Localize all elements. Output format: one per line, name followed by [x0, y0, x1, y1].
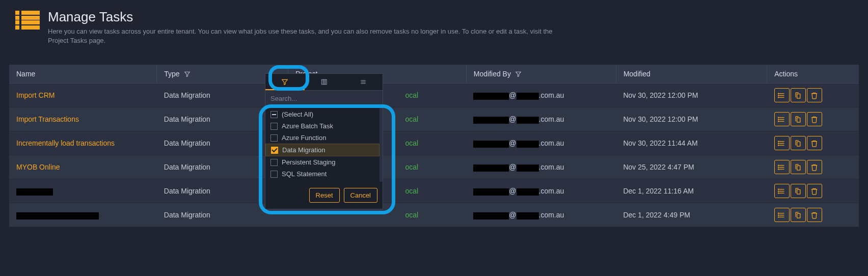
actions-cell	[767, 84, 859, 107]
clone-button[interactable]	[791, 160, 806, 174]
clone-button[interactable]	[791, 136, 806, 150]
modified-cell: Nov 30, 2022 12:00 PM	[616, 107, 767, 131]
view-details-button[interactable]	[774, 136, 790, 150]
filter-options-list: (Select All)Azure Batch TaskAzure Functi…	[265, 106, 383, 182]
filter-option-label: Azure Batch Task	[282, 122, 333, 130]
delete-button[interactable]	[807, 208, 822, 222]
copy-icon	[794, 140, 802, 147]
task-name-link[interactable]: Import Transactions	[16, 115, 79, 123]
task-name-link[interactable]: Import CRM	[16, 91, 55, 99]
checkbox[interactable]	[270, 123, 278, 130]
view-details-button[interactable]	[774, 112, 790, 126]
filter-tab-values[interactable]	[265, 74, 305, 90]
project-badge: ocal	[405, 139, 418, 147]
filter-option[interactable]: Persistent Staging	[265, 156, 379, 168]
task-name-link[interactable]: Incrementally load transactions	[16, 139, 115, 147]
trash-icon	[810, 92, 818, 99]
delete-button[interactable]	[807, 112, 822, 126]
modified-by-cell: @.com.au	[466, 84, 616, 107]
project-badge: ocal	[405, 163, 418, 171]
view-details-button[interactable]	[774, 184, 790, 198]
list-icon	[778, 187, 785, 195]
checkbox[interactable]	[270, 111, 278, 118]
filter-option[interactable]: Data Migration	[265, 144, 379, 156]
trash-icon	[810, 140, 818, 147]
modified-by-cell: @.com.au	[466, 155, 616, 179]
tasks-table: Name Type Project Modified By Modified A…	[9, 65, 859, 227]
redacted-text	[16, 188, 53, 196]
clone-button[interactable]	[791, 112, 806, 126]
page-header: Manage Tasks Here you can view tasks acr…	[0, 0, 868, 54]
view-details-button[interactable]	[774, 208, 790, 222]
table-row: Data Migrationocal@.com.auDec 1, 2022 11…	[9, 179, 859, 203]
filter-option[interactable]: SQL Statement	[265, 168, 379, 180]
page-subtitle: Here you can view tasks across your enti…	[48, 27, 557, 45]
filter-option-label: SQL Statement	[282, 170, 327, 178]
redacted-text	[517, 188, 539, 196]
col-header-modified[interactable]: Modified	[616, 65, 767, 84]
checkbox[interactable]	[270, 159, 278, 166]
col-header-label: Actions	[774, 70, 798, 78]
delete-button[interactable]	[807, 136, 822, 150]
checkbox[interactable]	[271, 147, 278, 154]
filter-option[interactable]: Azure Function	[265, 132, 379, 144]
tasks-table-wrap: Name Type Project Modified By Modified A…	[9, 65, 859, 227]
checkbox[interactable]	[270, 171, 278, 178]
view-details-button[interactable]	[774, 88, 790, 102]
svg-point-33	[778, 213, 779, 213]
task-name-link[interactable]: MYOB Online	[16, 163, 60, 171]
view-details-button[interactable]	[774, 160, 790, 174]
table-row: Import TransactionsData Migrationocal@.c…	[9, 107, 859, 131]
svg-point-29	[778, 193, 779, 194]
checkbox[interactable]	[270, 134, 278, 142]
filter-icon	[184, 71, 191, 77]
copy-icon	[794, 187, 802, 195]
type-filter-popup: (Select All)Azure Batch TaskAzure Functi…	[265, 73, 383, 209]
copy-icon	[794, 92, 802, 99]
filter-tab-columns[interactable]	[305, 74, 344, 90]
actions-cell	[767, 131, 859, 155]
copy-icon	[794, 211, 802, 219]
redacted-text	[473, 141, 509, 148]
filter-icon	[515, 71, 522, 77]
svg-point-16	[778, 143, 779, 144]
clone-button[interactable]	[791, 88, 806, 102]
modified-by-domain: .com.au	[539, 211, 564, 219]
filter-cancel-button[interactable]: Cancel	[344, 188, 377, 203]
trash-icon	[810, 187, 818, 195]
modified-cell: Dec 1, 2022 4:49 PM	[616, 203, 767, 227]
clone-button[interactable]	[791, 208, 806, 222]
table-row: Import CRMData Migrationocal@.com.auNov …	[9, 84, 859, 107]
list-icon	[778, 92, 785, 99]
filter-icon	[281, 78, 288, 86]
modified-by-at: @	[509, 91, 516, 99]
menu-icon	[360, 78, 367, 86]
redacted-text	[517, 117, 539, 124]
actions-cell	[767, 107, 859, 131]
redacted-text	[473, 212, 509, 219]
delete-button[interactable]	[807, 88, 822, 102]
filter-option[interactable]: Azure Batch Task	[265, 120, 379, 132]
copy-icon	[794, 116, 802, 123]
delete-button[interactable]	[807, 184, 822, 198]
delete-button[interactable]	[807, 160, 822, 174]
col-header-modified-by[interactable]: Modified By	[466, 65, 616, 84]
filter-reset-button[interactable]: Reset	[309, 188, 340, 203]
redacted-text	[517, 212, 539, 219]
modified-by-cell: @.com.au	[466, 179, 616, 203]
clone-button[interactable]	[791, 184, 806, 198]
filter-search-input[interactable]	[265, 91, 383, 106]
filter-option-label: Azure Function	[282, 134, 326, 142]
filter-option-label: Data Migration	[282, 146, 326, 154]
actions-cell	[767, 203, 859, 227]
redacted-text	[517, 164, 539, 172]
redacted-text	[517, 141, 539, 148]
modified-by-domain: .com.au	[539, 91, 564, 99]
filter-option[interactable]: (Select All)	[265, 108, 379, 120]
modified-by-cell: @.com.au	[466, 203, 616, 227]
trash-icon	[810, 211, 818, 219]
filter-tab-menu[interactable]	[343, 74, 383, 90]
list-icon	[778, 140, 785, 147]
project-badge: ocal	[405, 187, 418, 195]
col-header-name[interactable]: Name	[9, 65, 157, 84]
